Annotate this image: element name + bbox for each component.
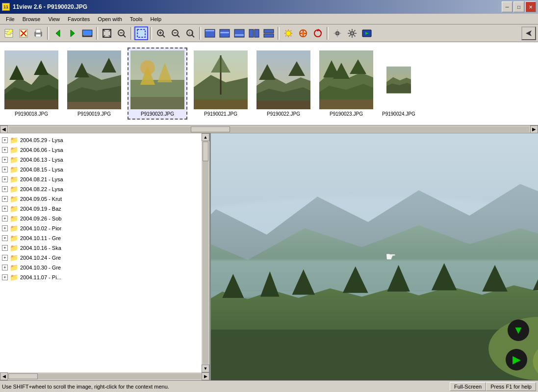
menu-browse[interactable]: Browse bbox=[19, 14, 45, 24]
svg-rect-13 bbox=[83, 30, 92, 35]
folder-icon-1: 📁 bbox=[10, 146, 18, 154]
tree-hscroll-track[interactable] bbox=[8, 373, 201, 379]
layout-5-button[interactable] bbox=[262, 26, 276, 40]
thumbnail-5[interactable]: P9190023.JPG bbox=[317, 48, 376, 119]
zoom-in-button[interactable] bbox=[154, 26, 168, 40]
folder-expand-7[interactable]: + bbox=[2, 206, 8, 212]
menu-help[interactable]: Help bbox=[147, 14, 166, 24]
color-adjust-button[interactable] bbox=[296, 26, 310, 40]
menu-favorites[interactable]: Favorites bbox=[64, 14, 94, 24]
zoom-fit-button[interactable] bbox=[115, 26, 128, 40]
svg-rect-95 bbox=[256, 100, 310, 109]
print-button[interactable] bbox=[31, 26, 45, 40]
folder-expand-6[interactable]: + bbox=[2, 196, 8, 202]
thumbnail-3[interactable]: P9190021.JPG bbox=[191, 48, 250, 119]
maximize-button[interactable]: □ bbox=[513, 1, 524, 12]
folder-item-5[interactable]: + 📁 2004.08.22 - Lysa bbox=[2, 184, 200, 194]
folder-expand-5[interactable]: + bbox=[2, 186, 8, 192]
folder-item-10[interactable]: + 📁 2004.10.11 - Gre bbox=[2, 233, 200, 243]
thumbnail-6[interactable]: P9190024.JPG bbox=[380, 48, 418, 119]
tree-scroll-up[interactable]: ▲ bbox=[202, 133, 209, 141]
folder-expand-4[interactable]: + bbox=[2, 176, 8, 182]
thumb-scroll-thumb[interactable] bbox=[191, 126, 230, 132]
folder-item-13[interactable]: + 📁 2004.10.30 - Gre bbox=[2, 263, 200, 272]
delete-button[interactable] bbox=[17, 26, 30, 40]
brightness-button[interactable] bbox=[282, 26, 295, 40]
thumb-scroll-right[interactable]: ▶ bbox=[530, 125, 538, 133]
image-preview-area[interactable]: ☛ bbox=[211, 133, 538, 380]
tree-scroll-down[interactable]: ▼ bbox=[202, 365, 209, 372]
folder-expand-12[interactable]: + bbox=[2, 255, 8, 261]
folder-item-6[interactable]: + 📁 2004.09.05 - Krut bbox=[2, 194, 200, 204]
folder-expand-2[interactable]: + bbox=[2, 157, 8, 163]
toolbar-arrow-button[interactable] bbox=[521, 26, 536, 40]
nav-right-arrow[interactable] bbox=[506, 349, 527, 370]
nav-down-arrow[interactable] bbox=[508, 319, 529, 341]
svg-point-65 bbox=[351, 32, 353, 34]
folder-item-8[interactable]: + 📁 2004.09.26 - Sob bbox=[2, 214, 200, 223]
folder-expand-14[interactable]: + bbox=[2, 274, 8, 280]
folder-item-3[interactable]: + 📁 2004.08.15 - Lysa bbox=[2, 165, 200, 174]
settings-button[interactable] bbox=[331, 26, 344, 40]
folder-expand-9[interactable]: + bbox=[2, 225, 8, 231]
folder-item-2[interactable]: + 📁 2004.06.13 - Lysa bbox=[2, 155, 200, 165]
folder-expand-10[interactable]: + bbox=[2, 235, 8, 241]
layout-2-button[interactable] bbox=[218, 26, 231, 40]
thumbnail-3-label: P9190021.JPG bbox=[204, 111, 237, 117]
folder-item-11[interactable]: + 📁 2004.10.16 - Ska bbox=[2, 243, 200, 253]
help-status-button[interactable]: Press F1 for help bbox=[486, 382, 536, 391]
slideshow-button[interactable] bbox=[360, 26, 374, 40]
thumbnail-4[interactable]: P9190022.JPG bbox=[254, 48, 313, 119]
nav-forward-button[interactable] bbox=[66, 26, 79, 40]
folder-item-0[interactable]: + 📁 2004.05.29 - Lysa bbox=[2, 135, 200, 145]
svg-line-51 bbox=[291, 30, 292, 31]
tree-scroll-thumb[interactable] bbox=[203, 142, 208, 161]
folder-expand-3[interactable]: + bbox=[2, 167, 8, 172]
thumbnail-2[interactable]: P9190020.JPG bbox=[128, 48, 187, 120]
fullscreen-button[interactable] bbox=[100, 26, 114, 40]
layout-3-button[interactable] bbox=[232, 26, 246, 40]
folder-item-4[interactable]: + 📁 2004.08.21 - Lysa bbox=[2, 174, 200, 184]
browse-button[interactable] bbox=[80, 26, 94, 40]
folder-item-14[interactable]: + 📁 2004.11.07 - Pi... bbox=[2, 272, 200, 282]
folder-name-1: 2004.06.06 - Lysa bbox=[20, 147, 63, 153]
menu-view[interactable]: View bbox=[44, 14, 64, 24]
folder-expand-1[interactable]: + bbox=[2, 147, 8, 153]
tree-scroll-left[interactable]: ◀ bbox=[0, 372, 8, 380]
minimize-button[interactable]: ─ bbox=[502, 1, 512, 12]
tree-hscroll-thumb[interactable] bbox=[8, 373, 38, 379]
folder-expand-11[interactable]: + bbox=[2, 245, 8, 251]
folder-item-12[interactable]: + 📁 2004.10.24 - Gre bbox=[2, 253, 200, 263]
folder-expand-8[interactable]: + bbox=[2, 216, 8, 221]
nav-back-button[interactable] bbox=[51, 26, 65, 40]
menu-file[interactable]: File bbox=[2, 14, 19, 24]
svg-rect-37 bbox=[220, 32, 229, 33]
thumbnail-0[interactable]: P9190018.JPG bbox=[2, 48, 61, 119]
select-button[interactable] bbox=[134, 26, 148, 40]
rotate-button[interactable] bbox=[311, 26, 325, 40]
close-button[interactable]: ✕ bbox=[525, 1, 536, 12]
zoom-out-button[interactable] bbox=[169, 26, 182, 40]
folder-expand-0[interactable]: + bbox=[2, 137, 8, 143]
edit-button[interactable] bbox=[2, 26, 16, 40]
fullscreen-status-button[interactable]: Full-Screen bbox=[450, 382, 486, 391]
tools-button[interactable] bbox=[345, 26, 359, 40]
zoom-actual-button[interactable]: 1:1 bbox=[183, 26, 197, 40]
thumb-scroll-left[interactable]: ◀ bbox=[0, 125, 8, 133]
thumb-scroll-track[interactable] bbox=[9, 126, 529, 132]
folder-icon-7: 📁 bbox=[10, 205, 18, 213]
menu-openwith[interactable]: Open with bbox=[94, 14, 126, 24]
folder-expand-13[interactable]: + bbox=[2, 265, 8, 270]
thumbnail-1[interactable]: P9190019.JPG bbox=[65, 48, 124, 119]
layout-4-button[interactable] bbox=[247, 26, 261, 40]
folder-name-8: 2004.09.26 - Sob bbox=[20, 216, 61, 221]
folder-item-7[interactable]: + 📁 2004.09.19 - Baz bbox=[2, 204, 200, 214]
folder-item-9[interactable]: + 📁 2004.10.02 - Pior bbox=[2, 223, 200, 233]
toolbar-sep-6 bbox=[278, 27, 280, 40]
tree-vertical-scrollbar[interactable]: ▲ ▼ bbox=[202, 133, 209, 372]
layout-1-button[interactable] bbox=[203, 26, 217, 40]
menu-tools[interactable]: Tools bbox=[126, 14, 147, 24]
folder-item-1[interactable]: + 📁 2004.06.06 - Lysa bbox=[2, 145, 200, 155]
tree-scroll-track[interactable] bbox=[203, 142, 208, 364]
tree-scroll-right[interactable]: ▶ bbox=[202, 372, 209, 380]
